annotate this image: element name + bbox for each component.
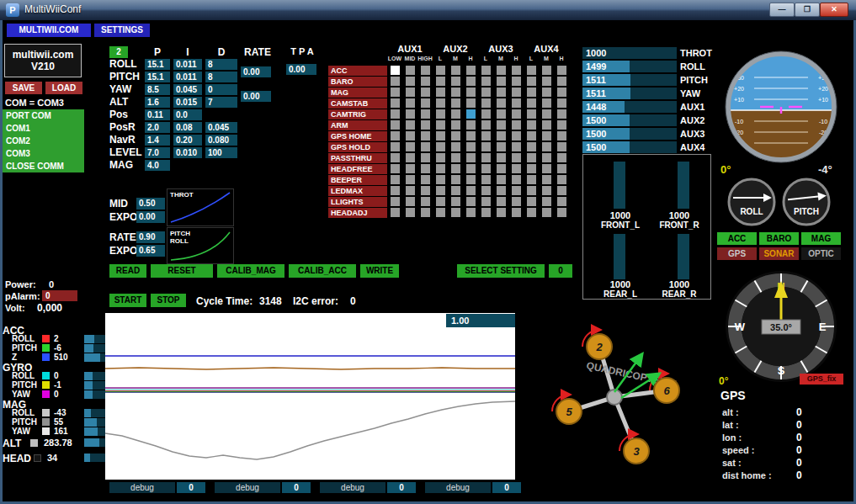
aux-checkbox[interactable] (497, 142, 506, 151)
pid-value[interactable]: 0.015 (173, 97, 202, 108)
aux-checkbox[interactable] (451, 77, 460, 86)
aux-checkbox[interactable] (451, 175, 460, 184)
rate-yaw-value[interactable]: 0.00 (241, 91, 271, 102)
aux-checkbox[interactable] (481, 164, 491, 173)
aux-checkbox[interactable] (481, 197, 491, 206)
aux-checkbox[interactable] (436, 153, 445, 162)
graph-scale-select[interactable]: 1.00 (446, 314, 515, 327)
aux-checkbox[interactable] (527, 197, 536, 206)
aux-checkbox[interactable] (466, 153, 476, 162)
aux-checkbox[interactable] (512, 164, 521, 173)
aux-checkbox[interactable] (466, 88, 476, 97)
pid-value[interactable]: 8.5 (145, 84, 170, 95)
port-item-com1[interactable]: COM1 (3, 122, 84, 135)
aux-checkbox[interactable] (451, 131, 460, 141)
aux-checkbox[interactable] (557, 197, 566, 206)
aux-checkbox[interactable] (481, 142, 491, 151)
mid-expo-value[interactable]: 0.00 (136, 211, 165, 223)
aux-checkbox[interactable] (512, 98, 521, 108)
aux-checkbox[interactable] (542, 77, 551, 86)
port-item-close[interactable]: CLOSE COMM (3, 160, 84, 172)
aux-checkbox[interactable] (481, 120, 491, 130)
aux-checkbox[interactable] (406, 88, 415, 97)
aux-checkbox[interactable] (542, 153, 551, 162)
aux-checkbox[interactable] (466, 208, 476, 217)
aux-checkbox[interactable] (481, 153, 491, 162)
aux-checkbox[interactable] (421, 197, 430, 206)
pid-value[interactable]: 8 (205, 72, 237, 82)
aux-checkbox[interactable] (391, 120, 400, 130)
aux-checkbox[interactable] (451, 66, 460, 75)
aux-checkbox[interactable] (451, 197, 460, 206)
aux-checkbox[interactable] (436, 142, 445, 151)
aux-checkbox[interactable] (451, 153, 460, 162)
aux-checkbox[interactable] (542, 66, 551, 75)
aux-checkbox[interactable] (542, 109, 551, 119)
aux-checkbox[interactable] (406, 131, 415, 141)
aux-checkbox[interactable] (481, 66, 491, 75)
aux-checkbox[interactable] (512, 66, 521, 75)
aux-checkbox[interactable] (421, 131, 430, 141)
pid-value[interactable]: 0.080 (205, 135, 237, 146)
aux-checkbox[interactable] (406, 142, 415, 151)
aux-checkbox[interactable] (436, 186, 445, 195)
aux-checkbox[interactable] (421, 120, 430, 130)
aux-checkbox[interactable] (512, 109, 521, 119)
aux-checkbox[interactable] (466, 120, 476, 130)
aux-checkbox[interactable] (557, 164, 566, 173)
aux-checkbox[interactable] (497, 88, 506, 97)
aux-checkbox[interactable] (451, 109, 460, 119)
aux-checkbox[interactable] (527, 98, 536, 108)
aux-checkbox[interactable] (481, 88, 491, 97)
aux-checkbox[interactable] (436, 77, 445, 86)
aux-checkbox[interactable] (557, 208, 566, 217)
pid-value[interactable]: 0.011 (173, 59, 202, 70)
aux-checkbox[interactable] (557, 120, 566, 130)
aux-checkbox[interactable] (481, 131, 491, 141)
status-acc[interactable]: ACC (717, 232, 757, 245)
aux-checkbox[interactable] (436, 197, 445, 206)
pid-value[interactable]: 0.010 (173, 147, 202, 158)
aux-checkbox[interactable] (542, 98, 551, 108)
aux-checkbox[interactable] (557, 175, 566, 184)
aux-checkbox[interactable] (406, 153, 415, 162)
aux-checkbox[interactable] (527, 164, 536, 173)
pid-value[interactable]: 100 (205, 147, 237, 158)
pid-value[interactable]: 0 (205, 84, 237, 95)
pid-value[interactable]: 0.045 (173, 84, 202, 95)
pid-value[interactable]: 1.4 (145, 135, 170, 146)
aux-checkbox[interactable] (497, 98, 506, 108)
aux-checkbox[interactable] (527, 186, 536, 195)
aux-checkbox[interactable] (406, 66, 415, 75)
aux-checkbox[interactable] (527, 153, 536, 162)
start-button[interactable]: START (109, 294, 146, 307)
tpa-value[interactable]: 0.00 (286, 64, 316, 75)
aux-checkbox[interactable] (527, 77, 536, 86)
titlebar[interactable]: P MultiWiiConf — ❐ ✕ (0, 0, 856, 20)
aux-checkbox[interactable] (406, 109, 415, 119)
aux-checkbox[interactable] (466, 197, 476, 206)
aux-checkbox[interactable] (391, 77, 400, 86)
aux-checkbox[interactable] (557, 142, 566, 151)
pid-value[interactable]: 0.20 (173, 135, 202, 146)
status-optic[interactable]: OPTIC (801, 247, 841, 260)
aux-checkbox[interactable] (391, 142, 400, 151)
aux-checkbox[interactable] (512, 186, 521, 195)
aux-checkbox[interactable] (527, 109, 536, 119)
tab-settings[interactable]: SETTINGS (94, 24, 150, 37)
aux-checkbox[interactable] (497, 197, 506, 206)
aux-checkbox[interactable] (421, 109, 430, 119)
save-button[interactable]: SAVE (5, 82, 42, 94)
aux-checkbox[interactable] (557, 131, 566, 141)
aux-checkbox[interactable] (421, 186, 430, 195)
aux-checkbox[interactable] (527, 120, 536, 130)
aux-checkbox[interactable] (436, 120, 445, 130)
aux-checkbox[interactable] (391, 186, 400, 195)
aux-checkbox[interactable] (512, 153, 521, 162)
aux-checkbox[interactable] (436, 109, 445, 119)
mid-value[interactable]: 0.50 (136, 198, 165, 210)
aux-checkbox[interactable] (421, 153, 430, 162)
aux-checkbox[interactable] (391, 164, 400, 173)
aux-checkbox[interactable] (542, 131, 551, 141)
aux-checkbox[interactable] (497, 131, 506, 141)
